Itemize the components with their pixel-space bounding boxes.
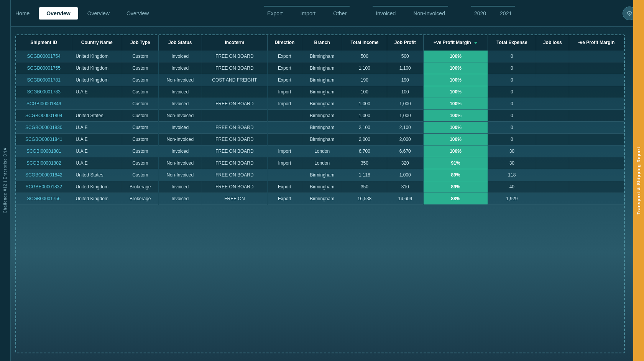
table-row: SCGBO00001804United StatesCustomNon-Invo… [16, 109, 624, 121]
table-row: SCGBE00001832United KingdomBrokerageInvo… [16, 181, 624, 193]
cell-profit-margin: 100% [423, 62, 488, 74]
col-header-total-expense[interactable]: Total Expense [488, 35, 536, 51]
filter-export[interactable]: Export [264, 9, 286, 18]
cell-neg-profit-margin [569, 145, 624, 157]
cell-job-status: Invoiced [158, 51, 202, 62]
filter-other[interactable]: Other [330, 9, 350, 18]
cell-incoterm: FREE ON BOARD [202, 121, 267, 133]
cell-total-income: 350 [342, 181, 387, 193]
cell-job-loss [536, 169, 569, 181]
table-row: SCGB00001781United KingdomCustomNon-Invo… [16, 74, 624, 86]
cell-incoterm: FREE ON BOARD [202, 51, 267, 62]
col-header-job-type[interactable]: Job Type [122, 35, 158, 51]
table-header-row: Shipment ID Country Name Job Type Job St… [16, 35, 624, 51]
cell-job-profit: 2,100 [387, 121, 423, 133]
cell-total-expense: 1,929 [488, 193, 536, 204]
cell-job-loss [536, 51, 569, 62]
cell-job-profit: 190 [387, 74, 423, 86]
table-container: Shipment ID Country Name Job Type Job St… [15, 34, 625, 353]
cell-shipment-id: SCGBO00001841 [16, 133, 72, 145]
cell-shipment-id: SCGB00001756 [16, 193, 72, 204]
col-header-job-profit[interactable]: Job Profit [387, 35, 423, 51]
cell-incoterm: FREE ON BOARD [202, 145, 267, 157]
cell-profit-margin: 91% [423, 157, 488, 169]
table-scroll-area[interactable]: Shipment ID Country Name Job Type Job St… [16, 35, 624, 353]
col-header-job-loss[interactable]: Job loss [536, 35, 569, 51]
cell-total-income: 350 [342, 157, 387, 169]
year-filter-group: 2020 2021 [471, 9, 515, 18]
cell-incoterm [202, 109, 267, 121]
cell-country-name: U.A.E [72, 133, 122, 145]
col-header-job-status[interactable]: Job Status [158, 35, 202, 51]
cell-job-loss [536, 181, 569, 193]
cell-job-loss [536, 98, 569, 109]
cell-country-name: U.A.E [72, 86, 122, 98]
cell-direction: Export [267, 181, 302, 193]
filter-import[interactable]: Import [297, 9, 319, 18]
cell-total-income: 500 [342, 51, 387, 62]
col-header-shipment-id[interactable]: Shipment ID [16, 35, 72, 51]
cell-job-type: Custom [122, 145, 158, 157]
table-row: SCGB00001754United KingdomCustomInvoiced… [16, 51, 624, 62]
cell-direction [267, 121, 302, 133]
cell-shipment-id: SCGBO00001830 [16, 121, 72, 133]
cell-job-loss [536, 109, 569, 121]
filter-non-invoiced[interactable]: Non-Invoiced [410, 9, 448, 18]
cell-direction: Import [267, 157, 302, 169]
cell-total-expense: 0 [488, 133, 536, 145]
cell-job-profit: 14,609 [387, 193, 423, 204]
filter-invoiced[interactable]: Invoiced [373, 9, 399, 18]
cell-shipment-id: SCGBI00001849 [16, 98, 72, 109]
cell-country-name: U.A.E [72, 121, 122, 133]
cell-neg-profit-margin [569, 121, 624, 133]
cell-neg-profit-margin [569, 157, 624, 169]
cell-profit-margin: 100% [423, 98, 488, 109]
cell-job-status: Invoiced [158, 62, 202, 74]
cell-total-expense: 0 [488, 62, 536, 74]
nav-tab-overview-3[interactable]: Overview [119, 7, 156, 20]
cell-neg-profit-margin [569, 98, 624, 109]
nav-tab-overview-2[interactable]: Overview [80, 7, 117, 20]
filter-year-2020[interactable]: 2020 [471, 9, 489, 18]
cell-neg-profit-margin [569, 193, 624, 204]
cell-total-income: 16,538 [342, 193, 387, 204]
cell-total-expense: 0 [488, 86, 536, 98]
filter-year-2021[interactable]: 2021 [497, 9, 515, 18]
cell-branch: Birmingham [302, 121, 342, 133]
table-row: SCGB00001755United KingdomCustomInvoiced… [16, 62, 624, 74]
col-header-direction[interactable]: Direction [267, 35, 302, 51]
cell-job-type: Custom [122, 133, 158, 145]
cell-job-status: Non-Invoiced [158, 109, 202, 121]
cell-job-type: Custom [122, 169, 158, 181]
cell-direction: Import [267, 145, 302, 157]
cell-total-expense: 0 [488, 98, 536, 109]
col-header-incoterm[interactable]: Incoterm [202, 35, 267, 51]
cell-job-profit: 1,100 [387, 62, 423, 74]
cell-profit-margin: 100% [423, 133, 488, 145]
col-header-profit-margin[interactable]: +ve Profit Margin [423, 35, 488, 51]
nav-tab-overview-1[interactable]: Overview [39, 7, 78, 20]
col-header-country-name[interactable]: Country Name [72, 35, 122, 51]
cell-job-type: Custom [122, 109, 158, 121]
sort-indicator-profit-margin [474, 42, 478, 44]
cell-shipment-id: SCGB00001781 [16, 74, 72, 86]
cell-profit-margin: 100% [423, 86, 488, 98]
cell-total-expense: 30 [488, 157, 536, 169]
col-header-neg-profit-margin[interactable]: -ve Profit Margin [569, 35, 624, 51]
cell-country-name: United Kingdom [72, 62, 122, 74]
cell-job-type: Custom [122, 74, 158, 86]
cell-shipment-id: SCGBO00001804 [16, 109, 72, 121]
table-row: SCGBI00001802U.A.ECustomNon-InvoicedFREE… [16, 157, 624, 169]
table-row: SCGBI00001801U.A.ECustomInvoicedFREE ON … [16, 145, 624, 157]
cell-job-status: Invoiced [158, 98, 202, 109]
cell-branch: Birmingham [302, 169, 342, 181]
cell-job-status: Invoiced [158, 121, 202, 133]
cell-job-loss [536, 74, 569, 86]
cell-job-status: Non-Invoiced [158, 133, 202, 145]
cell-profit-margin: 100% [423, 145, 488, 157]
col-header-total-income[interactable]: Total Income [342, 35, 387, 51]
cell-total-expense: 0 [488, 109, 536, 121]
nav-tab-home[interactable]: Home [8, 7, 37, 20]
col-header-branch[interactable]: Branch [302, 35, 342, 51]
challenge-label: Challenge #12 | Enterprise DNA [3, 147, 7, 213]
